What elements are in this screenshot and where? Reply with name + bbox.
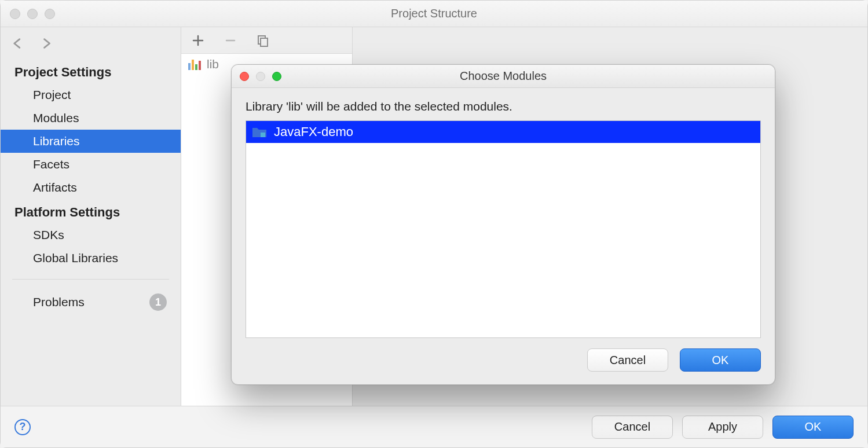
button-label: Apply	[708, 420, 737, 434]
apply-button[interactable]: Apply	[682, 416, 763, 439]
sidebar-item-sdks[interactable]: SDKs	[1, 223, 181, 247]
sidebar-item-label: Global Libraries	[33, 251, 118, 265]
sidebar-item-global-libraries[interactable]: Global Libraries	[1, 247, 181, 270]
module-item-label: JavaFX-demo	[274, 124, 353, 139]
sidebar-item-label: Project	[33, 88, 71, 102]
library-item-label: lib	[207, 57, 219, 71]
forward-icon[interactable]	[41, 38, 54, 52]
sidebar-item-libraries[interactable]: Libraries	[1, 130, 181, 153]
sidebar-item-label: Artifacts	[33, 181, 77, 194]
library-icon	[188, 58, 201, 70]
svg-rect-2	[261, 133, 265, 137]
window-footer: ? Cancel Apply OK	[1, 406, 867, 447]
button-label: Cancel	[614, 420, 650, 434]
window-title: Project Structure	[1, 7, 867, 20]
project-structure-window: Project Structure Project Settings Proje…	[0, 0, 868, 448]
button-label: Cancel	[610, 354, 646, 367]
module-list[interactable]: JavaFX-demo	[246, 120, 761, 338]
button-label: OK	[712, 354, 729, 367]
platform-settings-heading: Platform Settings	[1, 199, 181, 223]
dialog-titlebar: Choose Modules	[232, 65, 775, 88]
module-folder-icon	[252, 126, 267, 138]
footer-buttons: Cancel Apply OK	[592, 416, 854, 439]
svg-rect-1	[261, 38, 268, 46]
dialog-message: Library 'lib' will be added to the selec…	[246, 100, 761, 113]
back-icon[interactable]	[12, 38, 25, 52]
choose-modules-dialog: Choose Modules Library 'lib' will be add…	[231, 64, 775, 385]
help-button[interactable]: ?	[14, 419, 31, 435]
sidebar-item-label: Facets	[33, 157, 69, 171]
sidebar-item-project[interactable]: Project	[1, 83, 181, 107]
sidebar: Project Settings Project Modules Librari…	[1, 27, 181, 406]
remove-library-button[interactable]	[224, 34, 237, 47]
sidebar-item-label: SDKs	[33, 228, 64, 242]
sidebar-item-artifacts[interactable]: Artifacts	[1, 176, 181, 199]
sidebar-item-facets[interactable]: Facets	[1, 153, 181, 176]
dialog-ok-button[interactable]: OK	[680, 348, 761, 372]
sidebar-item-label: Libraries	[33, 134, 80, 148]
libraries-toolbar	[181, 27, 352, 54]
dialog-title: Choose Modules	[232, 69, 775, 83]
dialog-body: Library 'lib' will be added to the selec…	[232, 88, 775, 338]
copy-library-button[interactable]	[257, 34, 269, 47]
problems-count-badge: 1	[149, 293, 167, 311]
module-item-javafx-demo[interactable]: JavaFX-demo	[246, 121, 760, 143]
nav-history	[1, 27, 181, 59]
sidebar-item-label: Modules	[33, 111, 79, 125]
sidebar-item-label: Problems	[33, 295, 85, 309]
sidebar-item-modules[interactable]: Modules	[1, 107, 181, 130]
window-titlebar: Project Structure	[1, 1, 867, 27]
button-label: OK	[805, 420, 822, 434]
sidebar-item-problems[interactable]: Problems 1	[1, 289, 181, 315]
dialog-footer: Cancel OK	[232, 338, 775, 384]
ok-button[interactable]: OK	[772, 416, 854, 439]
project-settings-heading: Project Settings	[1, 59, 181, 83]
sidebar-divider	[12, 279, 169, 280]
add-library-button[interactable]	[192, 34, 204, 47]
dialog-cancel-button[interactable]: Cancel	[587, 348, 668, 372]
cancel-button[interactable]: Cancel	[592, 416, 673, 439]
